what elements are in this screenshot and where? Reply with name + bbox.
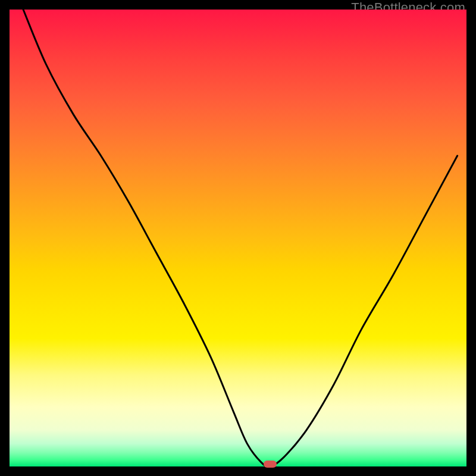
chart-container: TheBottleneck.com (0, 0, 476, 476)
bottleneck-curve (10, 10, 466, 466)
plot-area (10, 10, 466, 466)
optimal-point-marker (264, 461, 277, 468)
